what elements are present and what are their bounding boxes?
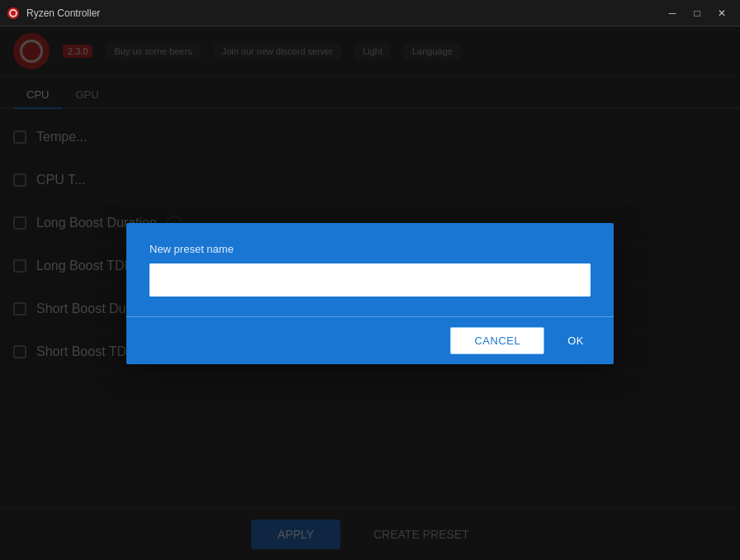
title-bar-controls: ─ □ ✕	[661, 4, 733, 22]
ok-button[interactable]: OK	[551, 328, 600, 354]
overlay: New preset name CANCEL OK	[0, 26, 740, 560]
new-preset-dialog: New preset name CANCEL OK	[126, 223, 614, 364]
app-icon	[7, 7, 20, 20]
maximize-button[interactable]: □	[685, 4, 709, 22]
cancel-button[interactable]: CANCEL	[450, 327, 544, 354]
svg-point-0	[7, 7, 19, 19]
dialog-footer: CANCEL OK	[126, 317, 614, 364]
minimize-button[interactable]: ─	[661, 4, 684, 22]
app-title: Ryzen Controller	[26, 7, 100, 19]
main-content: 2.3.0 Buy us some beers Join our new dis…	[0, 26, 740, 560]
dialog-body: New preset name	[126, 223, 614, 297]
title-bar-left: Ryzen Controller	[7, 7, 100, 20]
close-button[interactable]: ✕	[710, 4, 733, 22]
dialog-label: New preset name	[149, 243, 591, 255]
preset-name-input[interactable]	[149, 263, 591, 297]
title-bar: Ryzen Controller ─ □ ✕	[0, 0, 740, 26]
